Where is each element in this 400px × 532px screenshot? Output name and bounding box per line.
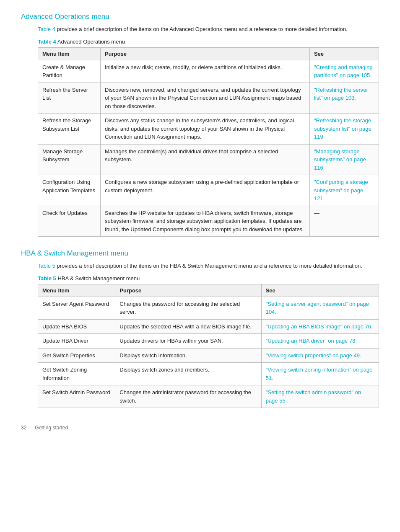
see-cell[interactable]: "Setting a server agent password" on pag… <box>261 297 379 319</box>
purpose-cell: Discovers new, removed, and changed serv… <box>100 83 309 114</box>
table-row: Configuration Using Application Template… <box>38 175 379 206</box>
menu-item-cell: Update HBA Driver <box>38 334 115 349</box>
section2-intro: Table 5 provides a brief description of … <box>38 262 379 270</box>
section1-intro: Table 4 provides a brief description of … <box>38 25 379 34</box>
table-row: Update HBA BIOSUpdates the selected HBA … <box>38 319 379 334</box>
see-link[interactable]: "Refreshing the storage subsystem list" … <box>314 117 371 140</box>
menu-item-cell: Check for Updates <box>38 206 101 237</box>
table-row: Refresh the Storage Subsystem ListDiscov… <box>38 114 379 145</box>
purpose-cell: Configures a new storage subsystem using… <box>100 175 309 206</box>
see-cell: — <box>309 206 379 237</box>
purpose-cell: Manages the controller(s) and individual… <box>100 144 309 175</box>
section1-intro-link[interactable]: Table 4 <box>38 26 55 32</box>
section1-table: Menu Item Purpose See Create & Manage Pa… <box>38 47 379 237</box>
menu-item-cell: Get Switch Properties <box>38 348 115 363</box>
section1-col-see: See <box>309 47 379 60</box>
section1-col-purpose: Purpose <box>100 47 309 60</box>
see-link[interactable]: "Setting a server agent password" on pag… <box>266 301 369 315</box>
see-cell[interactable]: "Setting the switch admin password" on p… <box>261 385 379 408</box>
section2: HBA & Switch Management menu Table 5 pro… <box>21 249 379 408</box>
purpose-cell: Initialize a new disk; create, modify, o… <box>100 60 309 83</box>
purpose-cell: Changes the password for accessing the s… <box>115 297 261 319</box>
section2-caption-label: Table 5 <box>38 275 56 281</box>
see-cell[interactable]: "Refreshing the server list" on page 103… <box>309 83 379 114</box>
section1-caption-label: Table 4 <box>38 39 56 45</box>
page-label: Getting started <box>35 425 68 431</box>
menu-item-cell: Configuration Using Application Template… <box>38 175 101 206</box>
table-row: Manage Storage SubsystemManages the cont… <box>38 144 379 175</box>
section1-table-caption: Table 4 Advanced Operations menu <box>38 39 379 45</box>
section1-heading: Advanced Operations menu <box>21 13 379 21</box>
see-cell[interactable]: "Updating an HBA BIOS image" on page 76. <box>261 319 379 334</box>
page-footer: 32 Getting started <box>21 425 379 431</box>
see-cell[interactable]: "Configuring a storage subsystem" on pag… <box>309 175 379 206</box>
section2-table-caption: Table 5 HBA & Switch Management menu <box>38 275 379 281</box>
section2-col-menu-item: Menu Item <box>38 284 115 297</box>
table-row: Check for UpdatesSearches the HP website… <box>38 206 379 237</box>
section2-table: Menu Item Purpose See Set Server Agent P… <box>38 284 379 408</box>
purpose-cell: Discovers any status change in the subsy… <box>100 114 309 145</box>
menu-item-cell: Update HBA BIOS <box>38 319 115 334</box>
see-link[interactable]: "Setting the switch admin password" on p… <box>266 389 361 404</box>
section2-table-header-row: Menu Item Purpose See <box>38 284 379 297</box>
menu-item-cell: Set Switch Admin Password <box>38 385 115 408</box>
see-link[interactable]: "Creating and managing partitions" on pa… <box>314 64 373 79</box>
table-row: Update HBA DriverUpdates drivers for HBA… <box>38 334 379 349</box>
section2-col-see: See <box>261 284 379 297</box>
table-row: Get Switch Zoning InformationDisplays sw… <box>38 363 379 385</box>
table-row: Get Switch PropertiesDisplays switch inf… <box>38 348 379 363</box>
purpose-cell: Displays switch information. <box>115 348 261 363</box>
see-cell[interactable]: "Viewing switch properties" on page 49. <box>261 348 379 363</box>
section1-table-header-row: Menu Item Purpose See <box>38 47 379 60</box>
menu-item-cell: Manage Storage Subsystem <box>38 144 101 175</box>
page-number: 32 <box>21 425 26 431</box>
section1-caption-text: Advanced Operations menu <box>56 39 125 45</box>
see-link[interactable]: "Updating an HBA driver" on page 78. <box>266 338 357 344</box>
section1: Advanced Operations menu Table 4 provide… <box>21 13 379 237</box>
purpose-cell: Displays switch zones and members. <box>115 363 261 385</box>
section2-intro-link[interactable]: Table 5 <box>38 263 55 269</box>
purpose-cell: Searches the HP website for updates to H… <box>100 206 309 237</box>
see-link[interactable]: "Viewing switch properties" on page 49. <box>266 352 361 359</box>
see-link[interactable]: "Configuring a storage subsystem" on pag… <box>314 179 368 201</box>
section2-intro-rest: provides a brief description of the item… <box>57 263 362 269</box>
see-link[interactable]: "Managing storage subsystems" on page 11… <box>314 148 366 171</box>
section2-heading: HBA & Switch Management menu <box>21 249 379 258</box>
menu-item-cell: Create & Manage Partition <box>38 60 101 83</box>
purpose-cell: Updates drivers for HBAs within your SAN… <box>115 334 261 349</box>
see-cell[interactable]: "Updating an HBA driver" on page 78. <box>261 334 379 349</box>
table-row: Refresh the Server ListDiscovers new, re… <box>38 83 379 114</box>
section1-col-menu-item: Menu Item <box>38 47 101 60</box>
menu-item-cell: Refresh the Storage Subsystem List <box>38 114 101 145</box>
purpose-cell: Changes the administrator password for a… <box>115 385 261 408</box>
section1-intro-rest: provides a brief description of the item… <box>57 26 348 32</box>
see-link[interactable]: "Refreshing the server list" on page 103… <box>314 87 368 101</box>
see-cell[interactable]: "Viewing switch zoning information" on p… <box>261 363 379 385</box>
menu-item-cell: Refresh the Server List <box>38 83 101 114</box>
table-row: Set Switch Admin PasswordChanges the adm… <box>38 385 379 408</box>
see-cell[interactable]: "Managing storage subsystems" on page 11… <box>309 144 379 175</box>
purpose-cell: Updates the selected HBA with a new BIOS… <box>115 319 261 334</box>
see-cell[interactable]: "Refreshing the storage subsystem list" … <box>309 114 379 145</box>
table-row: Create & Manage PartitionInitialize a ne… <box>38 60 379 83</box>
see-link[interactable]: "Updating an HBA BIOS image" on page 76. <box>266 323 373 330</box>
see-link[interactable]: "Viewing switch zoning information" on p… <box>266 367 373 381</box>
section2-caption-text: HBA & Switch Management menu <box>56 275 140 281</box>
see-cell[interactable]: "Creating and managing partitions" on pa… <box>309 60 379 83</box>
section2-col-purpose: Purpose <box>115 284 261 297</box>
table-row: Set Server Agent PasswordChanges the pas… <box>38 297 379 319</box>
menu-item-cell: Get Switch Zoning Information <box>38 363 115 385</box>
menu-item-cell: Set Server Agent Password <box>38 297 115 319</box>
